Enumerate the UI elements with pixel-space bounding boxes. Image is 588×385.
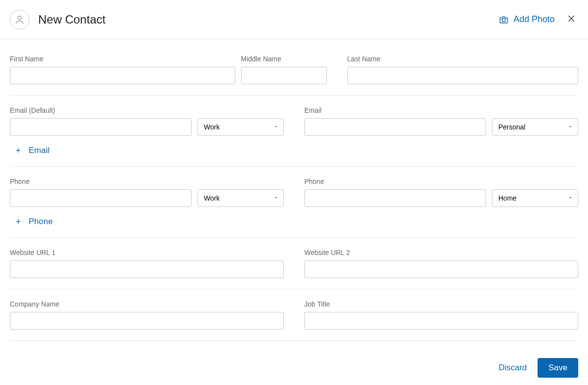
email-2-type-select[interactable]: Personal [492,118,578,136]
first-name-field: First Name [10,55,235,84]
email-section: Email (Default) Work Email [10,96,578,167]
job-title-label: Job Title [304,300,578,308]
svg-point-0 [18,16,21,19]
company-label: Company Name [10,300,284,308]
website-section: Website URL 1 Website URL 2 [10,238,578,289]
first-name-input[interactable] [10,67,235,84]
middle-name-field: Middle Name [241,55,327,84]
company-field: Company Name [10,300,284,330]
plus-icon: + [16,146,21,155]
name-section: First Name Middle Name Last Name [10,44,578,96]
phone-2-type-select[interactable]: Home [492,189,578,207]
save-button[interactable]: Save [538,358,578,378]
website-2-input[interactable] [304,260,578,278]
email-2-input[interactable] [304,118,486,136]
discard-button[interactable]: Discard [499,363,527,373]
add-photo-label: Add Photo [514,14,555,25]
last-name-input[interactable] [347,67,579,84]
email-default-input[interactable] [10,118,192,136]
department-section: Department Location [10,341,578,351]
dialog-footer: Discard Save [0,351,588,385]
email-default-type-select[interactable]: Work [197,118,284,136]
website-1-label: Website URL 1 [10,249,284,257]
last-name-field: Last Name [347,55,579,84]
phone-1-field: Phone [10,178,192,207]
email-2-type-dropdown[interactable]: Personal [492,118,578,136]
camera-icon [499,15,509,25]
phone-2-field: Phone [304,178,486,207]
website-2-field: Website URL 2 [304,249,578,278]
phone-2-input[interactable] [304,189,486,207]
phone-2-label: Phone [304,178,486,185]
phone-section: Phone Work Phone [10,167,578,238]
job-title-input[interactable] [304,312,578,330]
add-photo-button[interactable]: Add Photo [499,14,555,25]
last-name-label: Last Name [347,55,579,63]
company-section: Company Name Job Title [10,289,578,341]
header-left: New Contact [10,10,105,29]
form-content: First Name Middle Name Last Name [0,39,588,351]
add-phone-button[interactable]: + Phone [10,207,59,227]
website-1-input[interactable] [10,260,284,278]
phone-1-type-select[interactable]: Work [197,189,284,207]
person-icon [14,14,25,25]
email-default-field: Email (Default) [10,106,192,136]
header-right: Add Photo [499,12,578,27]
avatar-placeholder [10,10,29,29]
phone-2-type-dropdown[interactable]: Home [492,189,578,207]
close-button[interactable] [564,12,578,27]
website-2-label: Website URL 2 [304,249,578,257]
middle-name-input[interactable] [241,67,327,84]
middle-name-label: Middle Name [241,55,327,63]
close-icon [566,14,576,24]
phone-1-label: Phone [10,178,192,185]
add-phone-label: Phone [29,217,53,227]
dialog-header: New Contact Add Photo [0,0,588,39]
form-scroll-region[interactable]: First Name Middle Name Last Name [0,39,588,351]
phone-1-input[interactable] [10,189,192,207]
email-2-field: Email [304,106,486,136]
email-2-label: Email [304,106,486,114]
dialog-title: New Contact [38,13,105,26]
plus-icon: + [16,217,21,226]
website-1-field: Website URL 1 [10,249,284,278]
add-email-label: Email [29,146,50,155]
email-default-label: Email (Default) [10,106,192,114]
job-title-field: Job Title [304,300,578,330]
email-default-type-dropdown[interactable]: Work [197,118,284,136]
first-name-label: First Name [10,55,235,63]
phone-1-type-dropdown[interactable]: Work [197,189,284,207]
svg-point-1 [502,18,506,22]
company-input[interactable] [10,312,284,330]
add-email-button[interactable]: + Email [10,136,55,155]
